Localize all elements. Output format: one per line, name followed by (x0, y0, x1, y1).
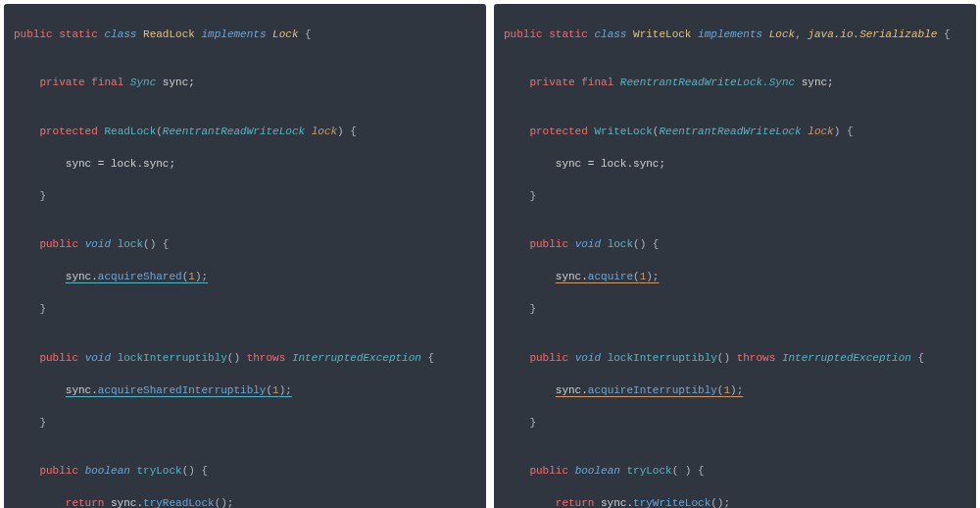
keyword: static (59, 28, 98, 40)
keyword: public (529, 465, 568, 477)
sig: () { (143, 238, 169, 250)
keyword: return (556, 497, 595, 508)
param: lock (808, 126, 833, 137)
field: sync; (156, 76, 195, 88)
param: lock (312, 126, 337, 137)
highlighted-call: sync.acquireSharedInterruptibly(1); (66, 384, 292, 396)
type: Sync (130, 76, 156, 88)
keyword: implements (698, 28, 762, 40)
readlock-code-panel: public static class ReadLock implements … (4, 4, 486, 508)
highlighted-call: sync.acquire(1); (556, 271, 660, 282)
type: boolean (85, 465, 130, 477)
method: lock (118, 238, 143, 250)
keyword: public (39, 238, 78, 250)
keyword: public (504, 28, 543, 40)
keyword: protected (529, 126, 587, 137)
keyword: public (39, 465, 78, 477)
panels-wrapper: public static class ReadLock implements … (0, 0, 980, 508)
method: lock (608, 238, 633, 250)
keyword: protected (39, 126, 97, 137)
type: void (575, 352, 601, 364)
brace: } (39, 417, 46, 429)
keyword: throws (737, 352, 776, 364)
param-type: ReentrantReadWriteLock (163, 126, 305, 137)
brace: } (529, 190, 536, 202)
keyword: throws (247, 352, 286, 364)
keyword: public (529, 238, 568, 250)
class-name: ReadLock (143, 28, 195, 40)
type: void (575, 238, 601, 250)
brace: } (39, 190, 46, 202)
brace: } (529, 303, 536, 315)
class-name: WriteLock (633, 28, 691, 40)
keyword: final (91, 76, 123, 88)
type: ReentrantReadWriteLock.Sync (620, 76, 795, 88)
brace: ) { (337, 126, 357, 137)
exception: InterruptedException (292, 352, 421, 364)
field: sync; (795, 76, 834, 88)
param-type: ReentrantReadWriteLock (659, 126, 801, 137)
statement: sync = lock.sync; (66, 158, 175, 170)
interface: java.io.Serializable (808, 28, 937, 40)
keyword: private (529, 76, 574, 88)
type: boolean (575, 465, 620, 477)
type: void (85, 238, 111, 250)
constructor: ReadLock (104, 126, 156, 137)
keyword: class (104, 28, 136, 40)
interface: Lock (272, 28, 298, 40)
method: tryLock (136, 465, 181, 477)
brace: { (299, 28, 312, 40)
brace: } (529, 417, 536, 429)
keyword: public (529, 352, 568, 364)
keyword: return (66, 497, 105, 508)
method-call: tryReadLock (143, 497, 215, 508)
method: lockInterruptibly (118, 352, 227, 364)
brace: } (39, 303, 46, 315)
writelock-code-panel: public static class WriteLock implements… (494, 4, 976, 508)
keyword: public (14, 28, 53, 40)
keyword: implements (201, 28, 266, 40)
highlighted-call: sync.acquireShared(1); (66, 271, 208, 282)
keyword: static (549, 28, 588, 40)
constructor: WriteLock (594, 126, 652, 137)
highlighted-call: sync.acquireInterruptibly(1); (556, 384, 743, 396)
keyword: public (39, 352, 78, 364)
interface: Lock (769, 28, 795, 40)
type: void (85, 352, 111, 364)
keyword: class (594, 28, 626, 40)
keyword: private (39, 76, 84, 88)
exception: InterruptedException (782, 352, 911, 364)
keyword: final (581, 76, 613, 88)
method: lockInterruptibly (608, 352, 717, 364)
method-call: tryWriteLock (633, 497, 710, 508)
statement: sync = lock.sync; (556, 158, 665, 170)
method: tryLock (626, 465, 671, 477)
